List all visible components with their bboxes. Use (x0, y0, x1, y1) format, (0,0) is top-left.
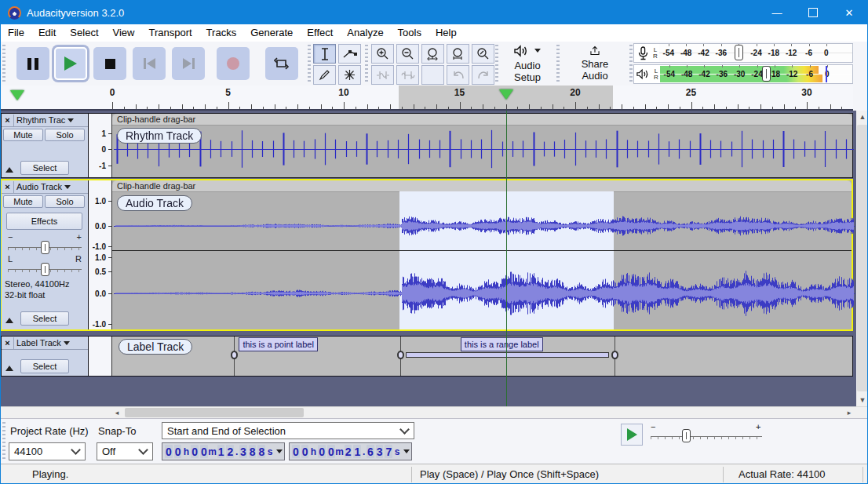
pan-slider-handle[interactable] (41, 263, 49, 276)
audio-track-title[interactable]: Audio Track (14, 182, 88, 191)
loop-button[interactable] (265, 47, 298, 80)
menu-item-tools[interactable]: Tools (391, 24, 429, 42)
point-label-text[interactable]: this is a point label (239, 337, 318, 351)
rhythm-track-panel[interactable]: × Rhythm Trac Mute Solo Select (2, 114, 89, 177)
time-digit[interactable]: 0 (292, 445, 300, 458)
maximize-button[interactable] (795, 1, 831, 24)
selection-tool-button[interactable] (313, 44, 336, 64)
range-label-left-handle-icon[interactable] (397, 351, 404, 359)
time-digit[interactable]: 1 (353, 445, 361, 458)
playback-meter[interactable]: LR -54-48-42-36-30-24-18-12-60 (633, 64, 853, 84)
draw-tool-button[interactable] (313, 65, 336, 85)
rhythm-name-bubble[interactable]: Rhythm Track (117, 128, 202, 144)
meter-slider-handle[interactable] (735, 45, 743, 60)
audio-setup-gripper[interactable] (495, 45, 498, 82)
audio-name-bubble[interactable]: Audio Track (117, 195, 192, 211)
meter-slider-handle[interactable] (762, 66, 771, 82)
audio-effects-button[interactable]: Effects (6, 213, 82, 230)
vertical-scrollbar-thumb[interactable] (857, 125, 868, 391)
time-digit[interactable]: 0 (191, 445, 199, 458)
audio-select-button[interactable]: Select (20, 311, 69, 326)
time-digit[interactable]: 3 (239, 445, 247, 458)
time-digit[interactable]: 2 (226, 445, 234, 458)
label-select-button[interactable]: Select (20, 359, 69, 373)
scroll-up-icon[interactable]: ▲ (856, 111, 868, 123)
time-unit[interactable]: . (362, 445, 366, 458)
vertical-scrollbar[interactable]: ▲ ▼ (856, 111, 868, 406)
label-track-content[interactable]: Label Track this is a point labelthis is… (111, 337, 852, 376)
project-rate-combobox[interactable]: 44100 (9, 442, 86, 460)
time-digit[interactable]: 0 (174, 445, 182, 458)
time-unit[interactable]: m (336, 445, 344, 458)
zoom-toggle-button[interactable] (472, 44, 494, 64)
time-unit[interactable]: h (182, 445, 190, 458)
menu-item-transport[interactable]: Transport (141, 24, 199, 42)
playhead-triangle-icon[interactable] (499, 89, 513, 100)
audio-mute-button[interactable]: Mute (3, 195, 43, 208)
rhythm-vertical-ruler[interactable]: 10-1 (89, 114, 111, 177)
trim-audio-button[interactable] (371, 65, 394, 85)
rhythm-select-button[interactable]: Select (20, 161, 69, 175)
label-close-icon[interactable]: × (2, 337, 14, 349)
zoom-out-button[interactable] (396, 44, 419, 64)
skip-to-start-button[interactable] (133, 47, 166, 80)
stop-button[interactable] (93, 47, 126, 80)
scroll-right-icon[interactable]: ▸ (843, 407, 855, 418)
pause-button[interactable] (16, 47, 49, 80)
tools-gripper[interactable] (308, 45, 311, 82)
time-unit[interactable]: h (309, 445, 317, 458)
recording-meter[interactable]: LR -54-48-42-36-24-18-12-60 (633, 43, 853, 63)
silence-audio-button[interactable] (396, 65, 419, 85)
menu-item-view[interactable]: View (106, 24, 142, 42)
rhythm-track-title[interactable]: Rhythm Trac (14, 115, 88, 125)
meter-gripper[interactable] (629, 45, 633, 82)
time-digit[interactable]: 0 (165, 445, 173, 458)
zoom-fit-button[interactable] (447, 44, 469, 64)
time-unit[interactable]: s (393, 445, 401, 458)
record-meter-bars[interactable]: -54-48-42-36-24-18-12-60 (659, 44, 852, 62)
undo-button[interactable] (447, 65, 469, 85)
menu-item-tracks[interactable]: Tracks (199, 24, 244, 42)
menu-item-effect[interactable]: Effect (300, 24, 340, 42)
gain-slider-handle[interactable] (41, 241, 49, 254)
time-caret-icon[interactable] (403, 449, 410, 453)
selection-end-timefield[interactable]: 00h00m21.637s (289, 442, 412, 460)
share-gripper[interactable] (556, 45, 560, 82)
audio-waveform[interactable] (112, 191, 855, 329)
redo-button[interactable] (472, 65, 494, 85)
rhythm-solo-button[interactable]: Solo (45, 129, 85, 141)
selection-mode-combobox[interactable]: Start and End of Selection (162, 422, 414, 439)
zoom-in-button[interactable] (371, 44, 394, 64)
time-digit[interactable]: 0 (318, 445, 326, 458)
menu-item-help[interactable]: Help (429, 24, 464, 42)
audio-collapse-icon[interactable] (5, 318, 13, 323)
time-digit[interactable]: 0 (301, 445, 309, 458)
scroll-down-icon[interactable]: ▼ (856, 394, 868, 406)
minimize-button[interactable]: — (759, 1, 795, 24)
playback-meter-bars[interactable]: -54-48-42-36-30-24-18-12-60 (660, 65, 852, 83)
audio-track-panel[interactable]: × Audio Track Mute Solo Effects − + L R … (2, 180, 89, 329)
point-label-handle-icon[interactable] (231, 351, 238, 359)
selection-start-timefield[interactable]: 00h00m12.388s (162, 442, 285, 460)
time-digit[interactable]: 3 (376, 445, 384, 458)
time-unit[interactable]: m (209, 445, 217, 458)
time-caret-icon[interactable] (276, 449, 283, 453)
rhythm-clip-dragbar[interactable]: Clip-handle drag-bar (112, 114, 852, 126)
horizontal-scrollbar-thumb[interactable] (125, 408, 304, 417)
time-unit[interactable]: . (235, 445, 239, 458)
time-digit[interactable]: 0 (327, 445, 335, 458)
play-at-speed-button[interactable] (621, 424, 643, 446)
play-button[interactable] (54, 47, 87, 80)
selection-toolbar-gripper[interactable] (2, 422, 5, 461)
envelope-tool-button[interactable] (338, 44, 361, 64)
close-button[interactable]: ✕ (831, 1, 867, 24)
rhythm-close-icon[interactable]: × (2, 115, 14, 126)
time-unit[interactable]: s (266, 445, 274, 458)
time-digit[interactable]: 2 (345, 445, 352, 458)
time-digit[interactable]: 1 (217, 445, 225, 458)
time-digit[interactable]: 8 (257, 445, 265, 458)
audio-solo-button[interactable]: Solo (45, 195, 85, 208)
skip-to-end-button[interactable] (172, 47, 205, 80)
speed-slider-handle[interactable] (682, 429, 691, 442)
label-name-bubble[interactable]: Label Track (119, 339, 192, 355)
